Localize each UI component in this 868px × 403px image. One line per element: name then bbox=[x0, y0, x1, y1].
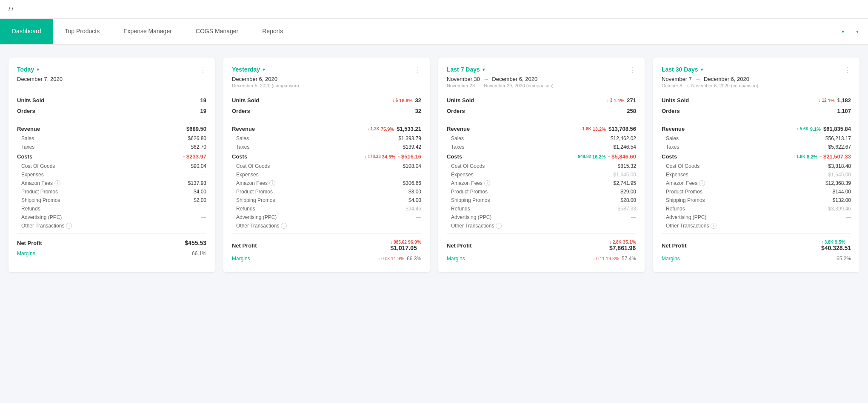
card-period[interactable]: Last 7 Days ▼ bbox=[447, 66, 486, 73]
other-transactions-label: Other Transactions i bbox=[21, 223, 72, 229]
tab-dashboard[interactable]: Dashboard bbox=[0, 19, 53, 44]
other-transactions-info-icon[interactable]: i bbox=[66, 223, 72, 229]
period-label: Today bbox=[17, 66, 34, 73]
cog-value: $3,818.48 bbox=[828, 163, 851, 169]
card-period[interactable]: Yesterday ▼ bbox=[232, 66, 266, 73]
divider-1 bbox=[447, 120, 636, 120]
margins-label[interactable]: Margins bbox=[232, 256, 250, 262]
sales-value: $12,462.02 bbox=[611, 135, 636, 141]
card-menu-button[interactable]: ⋮ bbox=[629, 66, 636, 74]
delta-pct: 16.2% bbox=[592, 154, 605, 159]
amazon-fees-info-icon[interactable]: i bbox=[269, 180, 275, 186]
delta-arrow: ↑ 1.8K bbox=[793, 154, 805, 159]
delta-pct: 1.1% bbox=[614, 98, 624, 103]
delta-pct: 8.2% bbox=[807, 154, 817, 159]
margins-value: ↓ 0.08 11.9% 66.3% bbox=[378, 256, 421, 262]
amazon-fees-label: Amazon Fees i bbox=[21, 180, 60, 186]
amazon-fees-row: Amazon Fees i $2,741.95 bbox=[447, 179, 636, 187]
tab-reports[interactable]: Reports bbox=[250, 19, 295, 44]
refunds-row: Refunds $587.33 bbox=[447, 204, 636, 213]
sales-value: $626.80 bbox=[188, 135, 206, 141]
card-period[interactable]: Last 30 Days ▼ bbox=[662, 66, 704, 73]
other-transactions-value: — bbox=[846, 223, 851, 229]
shipping-promos-row: Shipping Promos $132.00 bbox=[662, 196, 851, 204]
other-transactions-info-icon[interactable]: i bbox=[281, 223, 287, 229]
amazon-fees-info-icon[interactable]: i bbox=[54, 180, 60, 186]
currency-section: ▼ bbox=[839, 29, 845, 34]
margins-label[interactable]: Margins bbox=[662, 256, 680, 262]
delta-arrow: ↓ 985.62 bbox=[390, 240, 406, 245]
product-promos-row: Product Promos $144.00 bbox=[662, 187, 851, 196]
revenue-row: Revenue ↓ 1.2K 75.9% $1,533.21 bbox=[232, 124, 421, 134]
delta-pct: 13.2% bbox=[593, 127, 606, 132]
orders-label: Orders bbox=[17, 108, 35, 114]
expenses-value: $1,645.00 bbox=[828, 172, 851, 178]
delta-indicator: ↓ 985.62 96.9% bbox=[390, 239, 421, 245]
refunds-value: $587.33 bbox=[618, 206, 636, 212]
main-content: Today ▼ ⋮ December 7, 2020 — Units Sold … bbox=[0, 45, 868, 285]
delta-pct: 9.5% bbox=[835, 239, 845, 245]
costs-value: ↑ 948.82 16.2% - $5,846.60 bbox=[575, 153, 636, 160]
revenue-value: ↓ 1.8K 13.2% $13,708.56 bbox=[579, 126, 636, 132]
currency-selector[interactable]: ▼ bbox=[839, 29, 845, 34]
taxes-label: Taxes bbox=[236, 144, 249, 150]
tab-cogs-manager[interactable]: COGS Manager bbox=[184, 19, 250, 44]
amazon-fees-row: Amazon Fees i $137.93 bbox=[17, 179, 206, 187]
units-sold-row: Units Sold ↓ 12 1% 1,182 bbox=[662, 95, 851, 106]
nav-right: ▼ ▼ bbox=[831, 19, 868, 44]
taxes-label: Taxes bbox=[21, 144, 34, 150]
card-header: Yesterday ▼ ⋮ bbox=[232, 66, 421, 74]
delta-pct: 34.5% bbox=[382, 154, 395, 159]
card-menu-button[interactable]: ⋮ bbox=[844, 66, 851, 74]
margins-label[interactable]: Margins bbox=[447, 256, 465, 262]
revenue-label: Revenue bbox=[232, 126, 255, 132]
other-transactions-info-icon[interactable]: i bbox=[711, 223, 717, 229]
orders-value: 19 bbox=[200, 108, 206, 114]
margins-label[interactable]: Margins bbox=[17, 250, 35, 256]
expenses-row: Expenses $1,645.00 bbox=[447, 170, 636, 179]
other-transactions-row: Other Transactions i — bbox=[447, 222, 636, 230]
delta-indicator: ↑ 3.8K 9.5% bbox=[821, 239, 851, 245]
costs-row: Costs ↓ 178.33 34.5% - $516.16 bbox=[232, 151, 421, 162]
delta-arrow: ↓ 0.11 bbox=[593, 256, 605, 261]
cog-label: Cost Of Goods bbox=[236, 163, 270, 169]
period-dropdown-arrow: ▼ bbox=[700, 67, 704, 72]
advertising-label: Advertising (PPC) bbox=[21, 214, 62, 220]
orders-row: Orders 19 bbox=[17, 106, 206, 116]
margins-row: Margins ↓ 0.08 11.9% 66.3% bbox=[232, 253, 421, 264]
delta-indicator: ↓ 178.33 34.5% bbox=[364, 154, 395, 159]
amazon-fees-info-icon[interactable]: i bbox=[699, 180, 705, 186]
amazon-fees-value: $306.66 bbox=[403, 180, 421, 186]
advertising-row: Advertising (PPC) — bbox=[17, 213, 206, 222]
taxes-label: Taxes bbox=[666, 144, 679, 150]
delta-arrow: ↓ 0.08 bbox=[378, 256, 390, 261]
amazon-fees-label: Amazon Fees i bbox=[236, 180, 275, 186]
other-transactions-info-icon[interactable]: i bbox=[496, 223, 502, 229]
taxes-row: Taxes $139.42 bbox=[232, 143, 421, 151]
sales-label: Sales bbox=[451, 135, 464, 141]
card-menu-button[interactable]: ⋮ bbox=[200, 66, 206, 74]
net-profit-value: ↓ 2.8K 35.1% $7,861.96 bbox=[609, 239, 636, 251]
shipping-promos-label: Shipping Promos bbox=[21, 197, 60, 203]
delta-pct: 1% bbox=[828, 98, 835, 103]
divider-2 bbox=[662, 233, 851, 234]
card-period[interactable]: Today ▼ bbox=[17, 66, 40, 73]
cog-label: Cost Of Goods bbox=[21, 163, 55, 169]
marketplace-selector[interactable]: ▼ bbox=[854, 29, 859, 34]
nav-bar: Dashboard Top Products Expense Manager C… bbox=[0, 19, 868, 45]
costs-label: Costs bbox=[17, 153, 32, 160]
card-menu-button[interactable]: ⋮ bbox=[414, 66, 421, 74]
revenue-row: Revenue ↓ 1.8K 13.2% $13,708.56 bbox=[447, 124, 636, 134]
shipping-promos-value: $2.00 bbox=[194, 197, 206, 203]
amazon-fees-info-icon[interactable]: i bbox=[484, 180, 490, 186]
tab-top-products[interactable]: Top Products bbox=[53, 19, 112, 44]
tab-expense-manager[interactable]: Expense Manager bbox=[111, 19, 184, 44]
costs-label: Costs bbox=[232, 153, 247, 160]
delta-indicator: ↓ 1.2K 75.9% bbox=[367, 127, 394, 132]
margins-row: Margins 66.1% bbox=[17, 248, 206, 259]
card-date: December 7, 2020 bbox=[17, 76, 206, 82]
delta-pct: 96.9% bbox=[408, 239, 421, 245]
delta-arrow: ↓ 3 bbox=[607, 98, 612, 103]
delta-indicator: ↓ 6 18.8% bbox=[392, 98, 413, 103]
refunds-label: Refunds bbox=[21, 206, 40, 212]
